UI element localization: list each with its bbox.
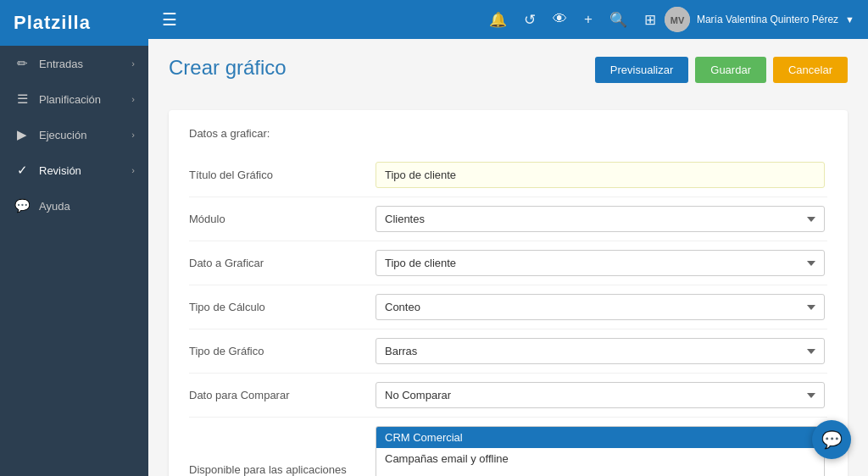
form-card: Datos a graficar: Título del Gráfico Mód… (169, 110, 848, 476)
action-buttons: Previsualizar Guardar Cancelar (595, 57, 848, 83)
sidebar-label-entradas: Entradas (39, 58, 83, 70)
modulo-control: Clientes Ventas Marketing (376, 206, 825, 232)
search-icon[interactable]: 🔍 (609, 11, 627, 29)
comparar-control: No Comparar Mes Año (376, 382, 825, 408)
user-chevron-icon: ▼ (845, 14, 854, 25)
sidebar: Platzilla ✏ Entradas › ☰ Planificación ›… (0, 0, 148, 476)
add-icon[interactable]: + (584, 11, 593, 28)
edit-icon: ✏ (14, 56, 31, 71)
chevron-icon: › (131, 130, 135, 140)
chevron-icon: › (131, 165, 135, 175)
sidebar-label-ejecucion: Ejecución (39, 129, 86, 141)
main-area: ☰ 🔔 ↺ 👁 + 🔍 ⊞ MV María Valentina Quinter… (148, 0, 868, 476)
hamburger-button[interactable]: ☰ (162, 9, 177, 30)
svg-text:MV: MV (670, 15, 685, 25)
list-item[interactable]: CRM Comercial (376, 427, 824, 448)
check-icon: ✓ (14, 163, 31, 178)
cancel-button[interactable]: Cancelar (773, 57, 848, 83)
sidebar-item-planificacion[interactable]: ☰ Planificación › (0, 81, 148, 117)
calculo-label: Tipo de Cálculo (189, 301, 376, 313)
user-name: María Valentina Quintero Pérez (697, 14, 838, 25)
chat-icon: 💬 (821, 429, 843, 450)
logo: Platzilla (0, 0, 148, 46)
tipo-grafico-control: Barras Líneas Pastel (376, 338, 825, 364)
disponible-listbox[interactable]: CRM Comercial Campañas email y offline F… (376, 427, 824, 476)
chevron-icon: › (131, 58, 135, 69)
help-icon: 💬 (14, 198, 31, 213)
sidebar-label-ayuda: Ayuda (39, 200, 70, 213)
list-item[interactable]: Campañas email y offline (376, 448, 824, 469)
refresh-icon[interactable]: ↺ (524, 11, 536, 29)
titulo-input[interactable] (376, 162, 825, 188)
sidebar-label-planificacion: Planificación (39, 93, 101, 106)
titulo-control (376, 162, 825, 188)
chat-bubble-button[interactable]: 💬 (812, 420, 851, 459)
sidebar-item-ejecucion[interactable]: ▶ Ejecución › (0, 117, 148, 152)
sidebar-item-ayuda[interactable]: 💬 Ayuda (0, 188, 148, 224)
calculo-control: Conteo Suma Promedio (376, 294, 825, 320)
form-row-disponible: Disponible para las aplicaciones CRM Com… (189, 418, 827, 476)
save-button[interactable]: Guardar (695, 57, 766, 83)
list-icon: ☰ (14, 91, 31, 107)
form-row-comparar: Dato para Comparar No Comparar Mes Año (189, 374, 827, 418)
dato-control: Tipo de cliente País Ciudad (376, 250, 825, 276)
dato-label: Dato a Graficar (189, 257, 376, 269)
user-menu[interactable]: MV María Valentina Quintero Pérez ▼ (665, 7, 854, 32)
grid-icon[interactable]: ⊞ (644, 11, 656, 29)
preview-button[interactable]: Previsualizar (595, 57, 688, 83)
page-title: Crear gráfico (169, 56, 287, 80)
titulo-label: Título del Gráfico (189, 169, 376, 181)
chevron-icon: › (131, 94, 135, 104)
bell-icon[interactable]: 🔔 (489, 11, 507, 29)
form-row-modulo: Módulo Clientes Ventas Marketing (189, 197, 827, 241)
form-row-tipo-grafico: Tipo de Gráfico Barras Líneas Pastel (189, 329, 827, 374)
form-row-dato: Dato a Graficar Tipo de cliente País Ciu… (189, 241, 827, 285)
play-icon: ▶ (14, 127, 31, 142)
sidebar-label-revision: Revisión (39, 164, 81, 177)
section-title: Datos a graficar: (189, 127, 827, 140)
tipo-grafico-label: Tipo de Gráfico (189, 345, 376, 357)
tipo-grafico-select[interactable]: Barras Líneas Pastel (376, 338, 825, 364)
content-area: Crear gráfico Previsualizar Guardar Canc… (148, 39, 868, 476)
comparar-label: Dato para Comparar (189, 389, 376, 401)
disponible-control: CRM Comercial Campañas email y offline F… (376, 426, 825, 476)
form-row-titulo: Título del Gráfico (189, 153, 827, 197)
form-row-calculo: Tipo de Cálculo Conteo Suma Promedio (189, 285, 827, 329)
list-item[interactable]: Facturación (376, 469, 824, 476)
avatar: MV (665, 7, 690, 32)
dato-select[interactable]: Tipo de cliente País Ciudad (376, 250, 825, 276)
calculo-select[interactable]: Conteo Suma Promedio (376, 294, 825, 320)
eye-icon[interactable]: 👁 (553, 11, 567, 28)
disponible-label: Disponible para las aplicaciones (189, 463, 376, 476)
sidebar-item-entradas[interactable]: ✏ Entradas › (0, 46, 148, 81)
topnav: ☰ 🔔 ↺ 👁 + 🔍 ⊞ MV María Valentina Quinter… (148, 0, 868, 39)
modulo-select[interactable]: Clientes Ventas Marketing (376, 206, 825, 232)
comparar-select[interactable]: No Comparar Mes Año (376, 382, 825, 408)
disponible-listbox-container: CRM Comercial Campañas email y offline F… (376, 426, 825, 476)
modulo-label: Módulo (189, 213, 376, 225)
sidebar-item-revision[interactable]: ✓ Revisión › (0, 152, 148, 188)
page-header: Crear gráfico Previsualizar Guardar Canc… (169, 56, 848, 97)
